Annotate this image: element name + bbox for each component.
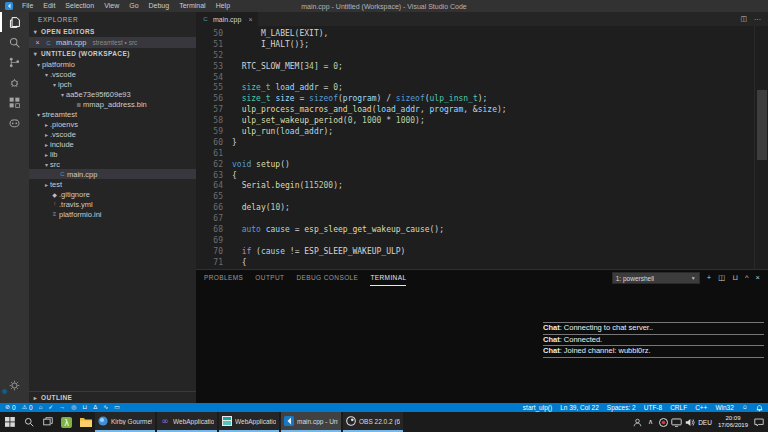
split-terminal-icon[interactable]: ◫	[718, 274, 725, 282]
outline-header[interactable]: ▸ OUTLINE	[29, 391, 196, 403]
line-number[interactable]: 67	[196, 214, 232, 225]
code-editor[interactable]: 50 M_LABEL(EXIT),51 I_HALT()};5253 RTC_S…	[196, 26, 768, 269]
workspace-header[interactable]: ▾ UNTITLED (WORKSPACE)	[29, 48, 196, 59]
panel-tab-output[interactable]: OUTPUT	[255, 270, 284, 285]
line-number[interactable]: 53	[196, 62, 232, 73]
code-line[interactable]: 60}	[196, 138, 768, 149]
code-line[interactable]: 68 auto cause = esp_sleep_get_wakeup_cau…	[196, 225, 768, 236]
status-pio-upload-icon[interactable]: →	[59, 403, 65, 412]
line-number[interactable]: 54	[196, 73, 232, 84]
status-pio-clean-icon[interactable]: ⊔	[83, 403, 88, 412]
code-line[interactable]: 59 ulp_run(load_addr);	[196, 127, 768, 138]
status-crlf[interactable]: CRLF	[670, 403, 687, 412]
line-number[interactable]: 55	[196, 83, 232, 94]
taskbar-button-obs-22-0-2-64-bit-[interactable]: OBS 22.0.2 (64-bit, ...	[343, 412, 403, 432]
code-line[interactable]: 67	[196, 214, 768, 225]
editor-tab-main-cpp[interactable]: Cmain.cpp×	[196, 12, 258, 26]
line-number[interactable]: 65	[196, 192, 232, 203]
line-number[interactable]: 66	[196, 203, 232, 214]
volume-tray-icon[interactable]	[683, 418, 696, 427]
activity-search-icon[interactable]	[0, 32, 29, 52]
taskbar-button-main-cpp-untitled-[interactable]: main.cpp - Untitled...	[281, 412, 341, 432]
menu-item-help[interactable]: Help	[211, 0, 235, 12]
more-actions-icon[interactable]: ···	[754, 16, 761, 23]
status-error-circle-icon[interactable]: ⊘0	[5, 403, 16, 412]
activity-debug-icon[interactable]	[0, 72, 29, 92]
editor-scrollbar[interactable]	[757, 90, 767, 160]
tree-item-include[interactable]: ▸include	[29, 139, 196, 149]
tree-item--vscode[interactable]: ▾.vscode	[29, 69, 196, 79]
taskbar-search-icon[interactable]	[19, 412, 38, 432]
terminal-content[interactable]: Chat: Connecting to chat server..Chat: C…	[196, 286, 768, 403]
tree-item-src[interactable]: ▾src	[29, 159, 196, 169]
open-editors-header[interactable]: ▾ OPEN EDITORS	[29, 26, 196, 37]
tree-item-platformio[interactable]: ▾platformio	[29, 59, 196, 69]
code-line[interactable]: 64 Serial.begin(115200);	[196, 181, 768, 192]
code-line[interactable]: 62void setup()	[196, 160, 768, 171]
obs-tray-icon[interactable]	[657, 418, 670, 427]
tree-item--gitignore[interactable]: ◆.gitignore	[29, 189, 196, 199]
code-line[interactable]: 56 size_t size = sizeof(program) / sizeo…	[196, 94, 768, 105]
tray-chevron-icon[interactable]: ∧	[644, 418, 657, 426]
task-view-icon[interactable]	[38, 412, 57, 432]
code-line[interactable]: 69	[196, 236, 768, 247]
status-pio-test-icon[interactable]: Δ	[93, 403, 97, 412]
activity-platformio-icon[interactable]	[0, 112, 29, 132]
line-number[interactable]: 63	[196, 171, 232, 182]
tree-item-aa5e73e95f609e93[interactable]: ▾aa5e73e95f609e93	[29, 89, 196, 99]
close-panel-icon[interactable]: ×	[756, 274, 760, 282]
user-tray-icon[interactable]	[631, 418, 644, 427]
line-number[interactable]: 71	[196, 258, 232, 269]
status-ln-39-col-22[interactable]: Ln 39, Col 22	[560, 403, 599, 412]
activity-settings-gear-icon[interactable]	[0, 375, 29, 395]
status-win32[interactable]: Win32	[715, 403, 733, 412]
code-line[interactable]: 57 ulp_process_macros_and_load(load_addr…	[196, 105, 768, 116]
status-pio-home-icon[interactable]: ⌂	[39, 403, 43, 412]
code-line[interactable]: 58 ulp_set_wakeup_period(0, 1000 * 1000)…	[196, 116, 768, 127]
action-center-icon[interactable]	[752, 418, 765, 427]
menu-item-file[interactable]: File	[17, 0, 38, 12]
tree-item-lib[interactable]: ▸lib	[29, 149, 196, 159]
status-feedback-smiley-icon[interactable]: ☺	[742, 403, 748, 412]
taskbar-button-kirby-gourmet-rac-[interactable]: Kirby Gourmet Rac...	[95, 412, 155, 432]
activity-files-icon[interactable]	[0, 12, 29, 32]
panel-tab-debug-console[interactable]: DEBUG CONSOLE	[296, 270, 358, 285]
code-line[interactable]: 52	[196, 51, 768, 62]
code-line[interactable]: 54	[196, 73, 768, 84]
menu-item-view[interactable]: View	[99, 0, 124, 12]
code-line[interactable]: 66 delay(10);	[196, 203, 768, 214]
line-number[interactable]: 56	[196, 94, 232, 105]
line-number[interactable]: 58	[196, 116, 232, 127]
status-pio-terminal-icon[interactable]: ▭	[114, 403, 120, 412]
line-number[interactable]: 69	[196, 236, 232, 247]
status-warning-triangle-icon[interactable]: ⚠0	[22, 403, 33, 412]
close-icon[interactable]: ×	[248, 16, 252, 23]
tree-item-streamtest[interactable]: ▾streamtest	[29, 109, 196, 119]
activity-extensions-icon[interactable]	[0, 92, 29, 112]
tree-item--pioenvs[interactable]: ▸.pioenvs	[29, 119, 196, 129]
split-editor-icon[interactable]: ◫	[740, 15, 747, 23]
tree-item-test[interactable]: ▸test	[29, 179, 196, 189]
line-number[interactable]: 64	[196, 181, 232, 192]
menu-item-debug[interactable]: Debug	[144, 0, 175, 12]
activity-source-control-icon[interactable]	[0, 52, 29, 72]
new-terminal-icon[interactable]: +	[707, 274, 711, 282]
language-indicator[interactable]: DEU	[696, 419, 714, 426]
status-c-[interactable]: C++	[695, 403, 707, 412]
line-number[interactable]: 52	[196, 51, 232, 62]
tray-clock[interactable]: 20:0917/06/2019	[714, 415, 752, 428]
menu-item-terminal[interactable]: Terminal	[174, 0, 210, 12]
line-number[interactable]: 70	[196, 247, 232, 258]
display-tray-icon[interactable]	[670, 418, 683, 427]
taskbar-button-webapplication11-[interactable]: ∞WebApplication11 ...	[157, 412, 217, 432]
status-pio-serial-monitor-icon[interactable]: ∿	[103, 403, 108, 412]
tree-item-ipch[interactable]: ▾ipch	[29, 79, 196, 89]
code-line[interactable]: 65	[196, 192, 768, 203]
line-number[interactable]: 57	[196, 105, 232, 116]
status-pio-build-icon[interactable]: ✓	[48, 403, 53, 412]
file-explorer-icon[interactable]	[76, 412, 95, 432]
taskbar-button-webapplication11[interactable]: WebApplication11	[219, 412, 279, 432]
maximize-panel-icon[interactable]: ^	[745, 274, 749, 282]
status-spaces-2[interactable]: Spaces: 2	[607, 403, 636, 412]
status-pio-remote-icon[interactable]: ◎	[71, 403, 76, 412]
